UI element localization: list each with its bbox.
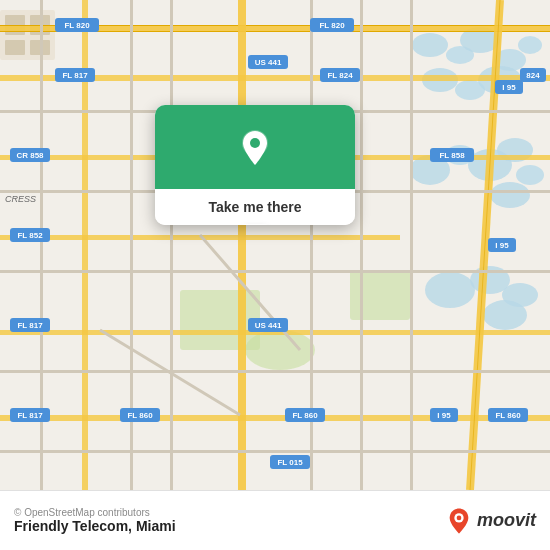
svg-rect-24 [180,290,260,350]
svg-rect-25 [350,270,410,320]
bottom-bar: © OpenStreetMap contributors Friendly Te… [0,490,550,550]
take-me-there-button[interactable]: Take me there [155,189,355,225]
svg-text:FL 860: FL 860 [127,411,153,420]
attribution-text: © OpenStreetMap contributors [14,507,176,518]
svg-text:FL 817: FL 817 [17,411,43,420]
svg-rect-22 [5,40,25,55]
svg-text:FL 852: FL 852 [17,231,43,240]
svg-point-15 [425,272,475,308]
svg-rect-35 [238,0,246,490]
svg-text:US 441: US 441 [255,321,282,330]
location-popup: Take me there [155,105,355,225]
svg-point-18 [483,300,527,330]
moovit-pin-icon [445,507,473,535]
svg-point-5 [518,36,542,54]
svg-text:FL 820: FL 820 [319,21,345,30]
svg-point-1 [412,33,448,57]
svg-text:824: 824 [526,71,540,80]
moovit-text: moovit [477,510,536,531]
svg-text:FL 858: FL 858 [439,151,465,160]
moovit-logo[interactable]: moovit [445,507,536,535]
svg-text:I 95: I 95 [437,411,451,420]
svg-text:US 441: US 441 [255,58,282,67]
location-pin-icon [233,127,277,171]
svg-point-93 [250,138,260,148]
svg-rect-41 [0,270,550,273]
svg-point-7 [455,80,485,100]
svg-point-95 [457,515,462,520]
svg-text:FL 817: FL 817 [17,321,43,330]
svg-rect-43 [0,450,550,453]
svg-point-13 [516,165,544,185]
svg-text:I 95: I 95 [502,83,516,92]
svg-rect-46 [170,0,173,490]
svg-text:I 95: I 95 [495,241,509,250]
popup-icon-area [155,105,355,189]
svg-text:FL 820: FL 820 [64,21,90,30]
place-name-text: Friendly Telecom, Miami [14,518,176,534]
svg-rect-49 [410,0,413,490]
svg-text:FL 860: FL 860 [292,411,318,420]
svg-rect-48 [360,0,363,490]
svg-rect-42 [0,370,550,373]
svg-text:FL 824: FL 824 [327,71,353,80]
bottom-left-info: © OpenStreetMap contributors Friendly Te… [14,507,176,534]
svg-point-26 [245,330,315,370]
svg-text:CRESS: CRESS [5,194,36,204]
svg-text:FL 860: FL 860 [495,411,521,420]
svg-point-14 [490,182,530,208]
svg-text:FL 817: FL 817 [62,71,88,80]
svg-text:CR 858: CR 858 [16,151,44,160]
svg-text:FL 015: FL 015 [277,458,303,467]
map-view[interactable]: FL 820 FL 820 US 441 FL 824 824 FL 858 C… [0,0,550,490]
